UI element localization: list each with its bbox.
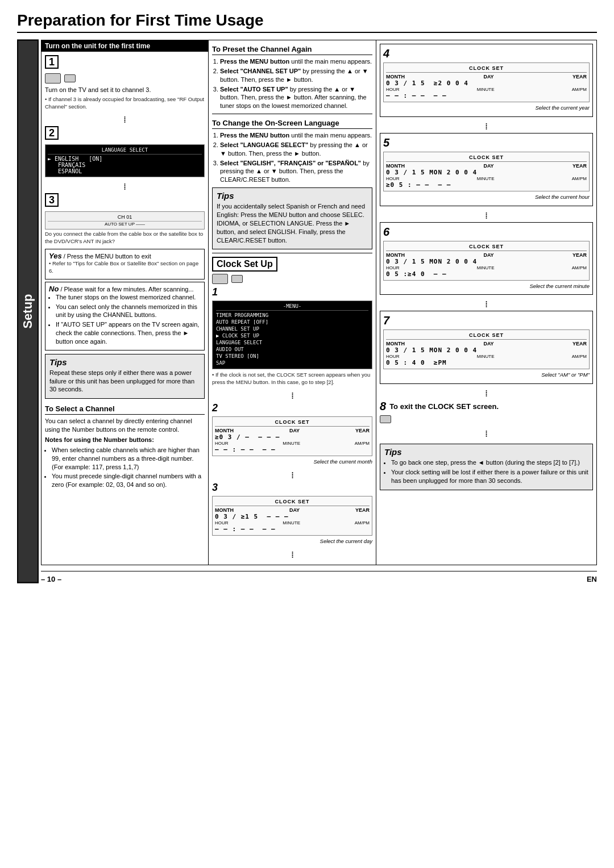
- yes-note: • Refer to "Tips for Cable Box or Satell…: [49, 260, 201, 275]
- menu-display: -MENU- TIMER PROGRAMMING AUTO REPEAT [OF…: [212, 301, 372, 369]
- clock-step2-values: ≥0 3 / — — — —: [215, 433, 370, 441]
- clock-step2-display: CLOCK SET MONTHDAYYEAR ≥0 3 / — — — — HO…: [212, 416, 372, 456]
- exit-button-icon: [380, 415, 391, 423]
- clock-step2-time-labels: HOURMINUTEAM/PM: [215, 441, 370, 446]
- clock-step5-caption: Select the current hour: [383, 194, 590, 201]
- clock-step6-caption: Select the current minute: [383, 283, 590, 290]
- clock-step4-caption: Select the current year: [383, 105, 590, 112]
- clock-step6-values: 0 3 / 1 5 MON 2 0 0 4: [386, 258, 587, 265]
- notes-list: When selecting cable channels which are …: [52, 446, 205, 489]
- dots-r-2: ⁞: [380, 210, 593, 222]
- clock-step7-title: CLOCK SET: [386, 332, 587, 340]
- tips-clock-list: To go back one step, press the ◄ button …: [391, 458, 588, 485]
- step-3-number: 3: [45, 193, 59, 207]
- dots-1: ⁞: [45, 114, 205, 126]
- clock-step5-time-labels: HOURMINUTEAM/PM: [386, 176, 587, 181]
- to-change-language-header: To Change the On-Screen Language: [212, 118, 372, 129]
- lang-step-2: Select "LANGUAGE SELECT" by pressing the…: [220, 141, 372, 158]
- yes-box: Yes / Press the MENU button to exit • Re…: [45, 249, 205, 279]
- to-select-channel-header: To Select a Channel: [45, 403, 205, 415]
- to-select-channel-section: To Select a Channel You can select a cha…: [45, 403, 205, 489]
- menu-item-autorepeat: AUTO REPEAT [OFF]: [216, 319, 368, 326]
- clock-step4-display: CLOCK SET MONTHDAYYEAR 0 3 / 1 5 ≥2 0 0 …: [383, 62, 590, 102]
- clock-device-icon: [231, 275, 243, 283]
- no-bullet-1: The tuner stops on the lowest memorized …: [56, 293, 201, 302]
- dots-r-3: ⁞: [380, 298, 593, 311]
- yes-text: / Press the MENU button to exit: [64, 253, 151, 260]
- dots-r-5: ⁞: [380, 428, 593, 440]
- dots-r-1: ⁞: [380, 120, 593, 133]
- clock-step2-caption: Select the current month: [212, 458, 372, 466]
- to-preset-header: To Preset the Channel Again: [212, 44, 372, 55]
- clock-step6-time-labels: HOURMINUTEAM/PM: [386, 265, 587, 270]
- clock-step4-title: CLOCK SET: [386, 65, 587, 73]
- lang-step-1: Press the MENU button until the main men…: [220, 131, 372, 140]
- tips-box-left: Tips Repeat these steps only if either t…: [45, 354, 205, 399]
- preset-step-3: Select "AUTO SET UP" by pressing the ▲ o…: [220, 85, 372, 111]
- clock-step-3-number: 3: [212, 482, 218, 494]
- menu-item-channelsetup: CHANNEL SET UP: [216, 326, 368, 332]
- to-select-channel-body: You can select a channel by directly ent…: [45, 417, 205, 434]
- clock-step4-time-values: — — : — — — —: [386, 92, 587, 99]
- clock-step2-time-values: — — : — — — —: [215, 446, 370, 453]
- clock-step7-time-labels: HOURMINUTEAM/PM: [386, 354, 587, 359]
- clock-step7-values: 0 3 / 1 5 MON 2 0 0 4: [386, 347, 587, 354]
- turn-on-header: Turn on the unit for the first time: [42, 40, 208, 52]
- notes-header: Notes for using the Number buttons:: [45, 436, 205, 444]
- tips-box-clock: Tips To go back one step, press the ◄ bu…: [380, 444, 593, 490]
- clock-step3-display: CLOCK SET MONTHDAYYEAR 0 3 / ≥1 5 — — — …: [212, 496, 372, 536]
- divider-2: [212, 253, 372, 253]
- clock-step6-title: CLOCK SET: [386, 244, 587, 251]
- dots-clock-3: ⁞: [212, 549, 372, 561]
- step1-text: Turn on the TV and set it to channel 3.: [45, 86, 205, 94]
- step1-note: • If channel 3 is already occupied for b…: [45, 96, 205, 111]
- preset-step-1: Press the MENU button until the main men…: [220, 57, 372, 66]
- tips-clock-item-1: To go back one step, press the ◄ button …: [391, 458, 588, 467]
- no-box: No / Please wait for a few minutes. Afte…: [45, 282, 205, 350]
- clock-step3-title: CLOCK SET: [215, 499, 370, 506]
- tv-icon: [64, 74, 76, 82]
- menu-item-langselect: LANGUAGE SELECT: [216, 339, 368, 346]
- clock-step3-values: 0 3 / ≥1 5 — — —: [215, 513, 370, 520]
- no-bullet-3: If "AUTO SET UP" appears on the TV scree…: [56, 320, 201, 346]
- lang-steps-list: Press the MENU button until the main men…: [220, 131, 372, 184]
- tips-clock-item-2: Your clock setting will be lost if eithe…: [391, 468, 588, 485]
- menu-item-timer: TIMER PROGRAMMING: [216, 312, 368, 319]
- clock-step6-labels: MONTHDAYYEAR: [386, 252, 587, 258]
- clock-set-up-label: Clock Set Up: [212, 257, 277, 272]
- preset-step-2: Select "CHANNEL SET UP" by pressing the …: [220, 67, 372, 84]
- clock-step-8-label: 8: [380, 400, 386, 413]
- ch-display: CH 01 AUTO SET UP ——: [45, 211, 205, 229]
- clock-step7-caption: Select "AM" or "PM": [383, 372, 590, 379]
- clock-step-7-label: 7: [383, 314, 590, 327]
- lang-step-3: Select "ENGLISH", "FRANÇAIS" or "ESPAÑOL…: [220, 159, 372, 185]
- no-text: / Please wait for a few minutes. After s…: [60, 286, 193, 293]
- clock-step4-time-labels: HOURMINUTEAM/PM: [386, 87, 587, 92]
- language-select-display: LANGUAGE SELECT ► ENGLISH [ON] FRANÇAIS …: [45, 144, 205, 177]
- menu-item-tvstereo: TV STEREO [ON]: [216, 353, 368, 360]
- clock-step1-note: • If the clock is not set, the CLOCK SET…: [212, 372, 372, 386]
- tips-text-language: If you accidentally select Spanish or Fr…: [217, 202, 368, 244]
- clock-step3-labels: MONTHDAYYEAR: [215, 507, 370, 513]
- clock-step4-values: 0 3 / 1 5 ≥2 0 0 4: [386, 80, 587, 87]
- preset-steps-list: Press the MENU button until the main men…: [220, 57, 372, 110]
- clock-step-2-number: 2: [212, 402, 218, 414]
- page-title: Preparation for First Time Usage: [17, 11, 597, 33]
- no-bullet-2: You can select only the channels memoriz…: [56, 303, 201, 320]
- clock-step6-display: CLOCK SET MONTHDAYYEAR 0 3 / 1 5 MON 2 0…: [383, 241, 590, 281]
- clock-step-1-number: 1: [212, 286, 218, 298]
- clock-step-5-label: 5: [383, 136, 590, 149]
- tips-text-left: Repeat these steps only if either there …: [49, 369, 200, 394]
- clock-step4-labels: MONTHDAYYEAR: [386, 74, 587, 80]
- clock-step5-labels: MONTHDAYYEAR: [386, 163, 587, 169]
- clock-step5-values: 0 3 / 1 5 MON 2 0 0 4: [386, 169, 587, 176]
- clock-step2-labels: MONTHDAYYEAR: [215, 428, 370, 433]
- no-label: No: [49, 285, 59, 293]
- menu-item-sap: SAP: [216, 360, 368, 366]
- clock-step-6-label: 6: [383, 226, 590, 239]
- step-1-number: 1: [45, 55, 59, 69]
- dots-r-4: ⁞: [380, 387, 593, 400]
- page-number: – 10 –: [41, 575, 61, 583]
- clock-step7-labels: MONTHDAYYEAR: [386, 341, 587, 347]
- note-2: You must precede single-digit channel nu…: [52, 472, 205, 489]
